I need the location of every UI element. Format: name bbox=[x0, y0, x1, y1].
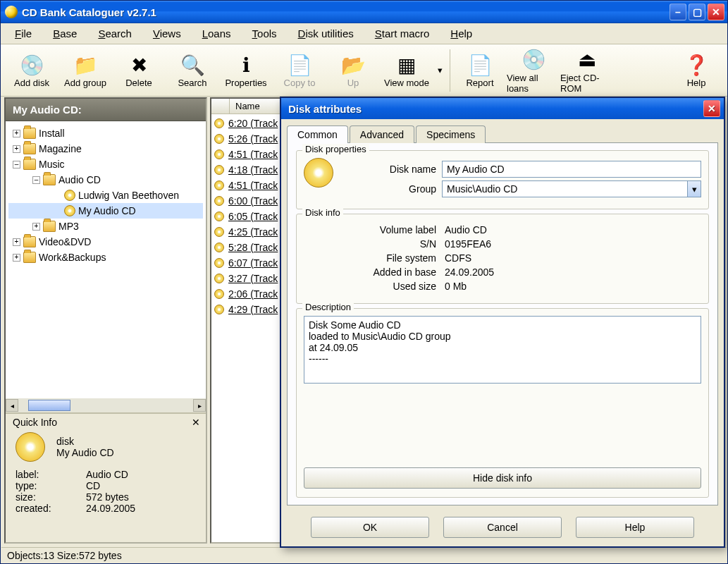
toolbar-help-button[interactable]: ❓Help bbox=[670, 47, 723, 94]
menu-views[interactable]: Views bbox=[143, 25, 191, 42]
dialog-body: Disk properties Disk name Group ▾ bbox=[287, 142, 718, 505]
toolbar-search-button[interactable]: 🔍Search bbox=[166, 47, 219, 94]
toolbar-eject-button[interactable]: ⏏Eject CD-ROM bbox=[560, 47, 614, 94]
sidebar-header: My Audio CD: bbox=[6, 99, 206, 121]
menu-loans[interactable]: Loans bbox=[192, 25, 241, 42]
hide-disk-info-button[interactable]: Hide disk info bbox=[304, 467, 701, 489]
toolbar-up-button: 📂Up bbox=[326, 47, 380, 94]
track-label[interactable]: 4:18 (Track bbox=[228, 164, 278, 176]
description-text[interactable]: Disk Some Audio CD loaded to Music\Audio… bbox=[304, 316, 701, 384]
dialog-tabs: CommonAdvancedSpecimens bbox=[281, 119, 724, 142]
tree-label: Work&Backups bbox=[39, 252, 106, 263]
dialog-titlebar[interactable]: Disk attributes ✕ bbox=[281, 98, 724, 119]
track-icon bbox=[214, 212, 224, 221]
ok-button[interactable]: OK bbox=[311, 517, 429, 538]
tree-node[interactable]: +Video&DVD bbox=[8, 234, 203, 250]
scroll-left-icon[interactable]: ◂ bbox=[6, 399, 18, 412]
main-titlebar[interactable]: CD Bank Cataloguer v2.7.1 – ▢ ✕ bbox=[1, 1, 727, 23]
tree-node[interactable]: +MP3 bbox=[8, 219, 203, 234]
close-button[interactable]: ✕ bbox=[708, 4, 724, 20]
tab-specimens[interactable]: Specimens bbox=[416, 125, 486, 143]
expand-icon[interactable]: – bbox=[32, 176, 40, 184]
disk-info-label: Disk info bbox=[302, 207, 343, 218]
track-label[interactable]: 6:05 (Track bbox=[228, 211, 278, 222]
track-label[interactable]: 6:20 (Track bbox=[228, 118, 278, 129]
expand-icon[interactable]: + bbox=[32, 223, 40, 231]
tree-h-scrollbar[interactable]: ◂ ▸ bbox=[6, 398, 206, 412]
toolbar-label: View mode bbox=[384, 78, 429, 88]
menu-search[interactable]: Search bbox=[88, 25, 142, 42]
track-label[interactable]: 4:25 (Track bbox=[228, 226, 278, 238]
qi-key: label: bbox=[16, 469, 86, 480]
toolbar-label: Up bbox=[347, 78, 359, 88]
scroll-right-icon[interactable]: ▸ bbox=[193, 399, 206, 412]
dialog-close-button[interactable]: ✕ bbox=[703, 100, 720, 117]
tree-node[interactable]: +Install bbox=[8, 125, 203, 141]
track-label[interactable]: 4:51 (Track bbox=[228, 149, 278, 160]
expand-icon[interactable]: + bbox=[13, 145, 20, 153]
status-bar: Objects:13 Size:572 bytes bbox=[1, 547, 727, 563]
tree-node[interactable]: Ludwig Van Beethoven bbox=[8, 188, 203, 203]
add-group-icon: 📁 bbox=[73, 52, 98, 78]
tree-node[interactable]: +Magazine bbox=[8, 141, 203, 157]
toolbar-add-group-button[interactable]: 📁Add group bbox=[58, 47, 112, 94]
tree-view[interactable]: +Install+Magazine–Music–Audio CDLudwig V… bbox=[6, 121, 206, 398]
toolbar-label: Help bbox=[687, 78, 706, 88]
track-icon bbox=[214, 289, 224, 299]
sidebar: My Audio CD: +Install+Magazine–Music–Aud… bbox=[4, 97, 207, 544]
menu-start-macro[interactable]: Start macro bbox=[365, 25, 440, 42]
info-key: Volume label bbox=[304, 224, 445, 235]
tab-common[interactable]: Common bbox=[287, 125, 348, 143]
folder-icon bbox=[23, 143, 36, 154]
tab-advanced[interactable]: Advanced bbox=[350, 125, 414, 143]
track-label[interactable]: 6:00 (Track bbox=[228, 195, 278, 207]
toolbar-add-disk-button[interactable]: 💿Add disk bbox=[5, 47, 58, 94]
quick-info-panel: Quick Info ✕ disk My Audio CD label:Audi… bbox=[6, 412, 206, 542]
group-select[interactable] bbox=[442, 180, 687, 197]
menu-file[interactable]: File bbox=[5, 25, 42, 42]
track-label[interactable]: 4:29 (Track bbox=[228, 304, 278, 315]
track-icon bbox=[214, 243, 224, 252]
expand-icon[interactable]: + bbox=[13, 238, 20, 246]
col-icon[interactable] bbox=[211, 99, 230, 114]
expand-icon[interactable]: + bbox=[13, 254, 20, 262]
minimize-button[interactable]: – bbox=[670, 4, 686, 20]
scroll-thumb[interactable] bbox=[28, 400, 70, 411]
toolbar-view-loans-button[interactable]: 💿View all loans bbox=[507, 47, 560, 94]
help-button[interactable]: Help bbox=[576, 517, 694, 538]
chevron-down-icon[interactable]: ▾ bbox=[687, 180, 701, 197]
menu-disk-utilities[interactable]: Disk utilities bbox=[288, 25, 364, 42]
info-key: Added in base bbox=[304, 266, 445, 278]
track-label[interactable]: 6:07 (Track bbox=[228, 257, 278, 269]
delete-icon: ✖ bbox=[126, 52, 152, 78]
menu-help[interactable]: Help bbox=[440, 25, 482, 42]
toolbar-report-button[interactable]: 📄Report bbox=[453, 47, 507, 94]
tree-node[interactable]: –Music bbox=[8, 157, 203, 172]
tree-node[interactable]: My Audio CD bbox=[8, 203, 203, 219]
disk-name-input[interactable] bbox=[442, 161, 701, 178]
menu-tools[interactable]: Tools bbox=[242, 25, 287, 42]
toolbar-view-mode-button[interactable]: ▦View mode bbox=[380, 47, 433, 94]
tree-node[interactable]: +Work&Backups bbox=[8, 250, 203, 265]
track-label[interactable]: 3:27 (Track bbox=[228, 273, 278, 284]
tree-node[interactable]: –Audio CD bbox=[8, 172, 203, 188]
expand-icon[interactable]: + bbox=[13, 130, 20, 137]
expand-icon[interactable]: – bbox=[13, 161, 20, 168]
quick-info-close-icon[interactable]: ✕ bbox=[192, 417, 200, 428]
track-label[interactable]: 5:26 (Track bbox=[228, 133, 278, 145]
maximize-button[interactable]: ▢ bbox=[689, 4, 705, 20]
cancel-button[interactable]: Cancel bbox=[443, 517, 562, 538]
qi-key: size: bbox=[16, 491, 86, 503]
toolbar-delete-button[interactable]: ✖Delete bbox=[112, 47, 166, 94]
folder-icon bbox=[23, 236, 36, 247]
toolbar-label: Add group bbox=[64, 78, 106, 88]
disk-info-group: Disk info Volume labelAudio CDS/N0195FEA… bbox=[296, 214, 709, 304]
chevron-down-icon[interactable]: ▾ bbox=[433, 65, 447, 75]
tree-label: Audio CD bbox=[58, 174, 101, 185]
toolbar-label: Add disk bbox=[14, 78, 49, 88]
track-label[interactable]: 5:28 (Track bbox=[228, 242, 278, 253]
toolbar-properties-button[interactable]: ℹProperties bbox=[219, 47, 273, 94]
menu-base[interactable]: Base bbox=[43, 25, 87, 42]
track-label[interactable]: 2:06 (Track bbox=[228, 288, 278, 300]
track-label[interactable]: 4:51 (Track bbox=[228, 180, 278, 191]
